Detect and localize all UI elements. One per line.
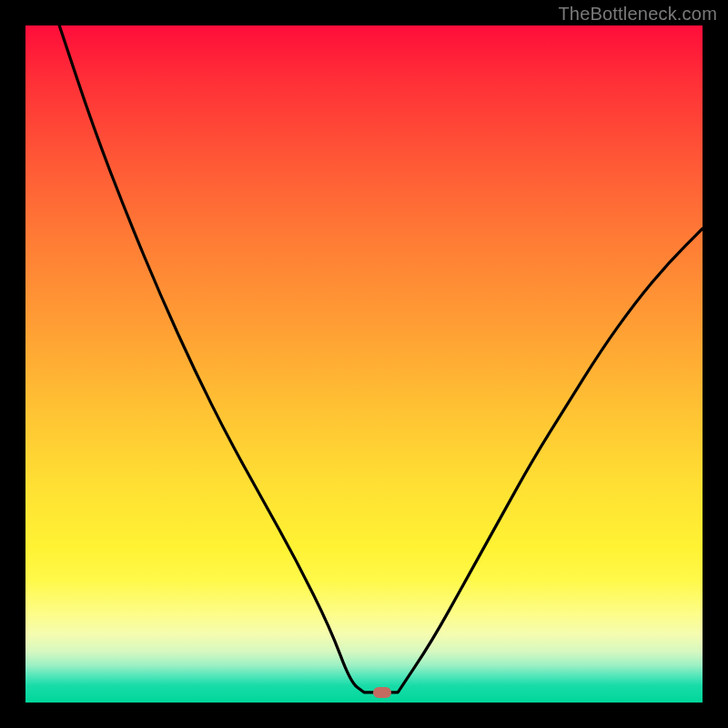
watermark-text: TheBottleneck.com [558, 4, 717, 25]
curve-path [59, 25, 703, 693]
chart-frame: TheBottleneck.com [0, 0, 728, 728]
bottleneck-curve [25, 25, 703, 703]
plot-area [25, 25, 703, 703]
optimum-marker [373, 687, 391, 698]
